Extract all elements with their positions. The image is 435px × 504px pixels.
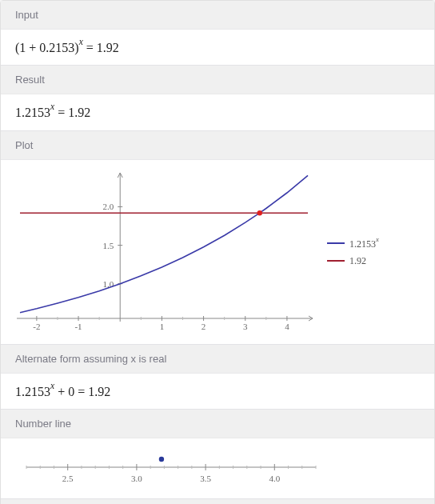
- realsolution-header: Real solution: [1, 498, 434, 504]
- numberline-body: 2.53.03.54.0: [1, 438, 434, 498]
- plot-canvas: -2-112341.01.52.0: [6, 168, 317, 336]
- legend-swatch: [327, 242, 345, 244]
- plot-legend: 1.2153x1.92: [327, 232, 379, 272]
- altform-header: Alternate form assuming x is real: [1, 344, 434, 374]
- svg-text:4.0: 4.0: [269, 474, 280, 483]
- legend-label: 1.92: [349, 255, 366, 267]
- svg-text:1.5: 1.5: [102, 240, 114, 250]
- result-expression: 1.2153x = 1.92: [1, 94, 434, 130]
- svg-text:2.5: 2.5: [62, 474, 74, 483]
- plot-header: Plot: [1, 130, 434, 160]
- svg-text:3: 3: [243, 322, 248, 331]
- svg-text:2: 2: [202, 322, 206, 331]
- result-header: Result: [1, 65, 434, 94]
- svg-text:2.0: 2.0: [102, 202, 114, 211]
- plot-body: -2-112341.01.52.0 1.2153x1.92: [1, 160, 434, 344]
- legend-item: 1.2153x: [327, 237, 379, 250]
- svg-text:1: 1: [160, 322, 165, 331]
- svg-point-27: [257, 210, 262, 215]
- input-header: Input: [1, 1, 434, 30]
- svg-text:3.0: 3.0: [131, 474, 142, 483]
- numberline-canvas: 2.53.03.54.0: [15, 450, 327, 488]
- svg-point-55: [159, 457, 164, 462]
- legend-swatch: [327, 260, 345, 262]
- svg-text:-2: -2: [33, 322, 40, 331]
- numberline-header: Number line: [1, 409, 434, 438]
- altform-expression: 1.2153x + 0 = 1.92: [1, 374, 434, 409]
- legend-item: 1.92: [327, 255, 379, 267]
- legend-label: 1.2153x: [349, 237, 379, 250]
- svg-text:-1: -1: [74, 322, 82, 331]
- input-expression: (1 + 0.2153)x = 1.92: [1, 30, 434, 65]
- svg-text:4: 4: [285, 322, 289, 331]
- results-container: Input (1 + 0.2153)x = 1.92 Result 1.2153…: [0, 0, 435, 504]
- svg-text:3.5: 3.5: [200, 474, 211, 483]
